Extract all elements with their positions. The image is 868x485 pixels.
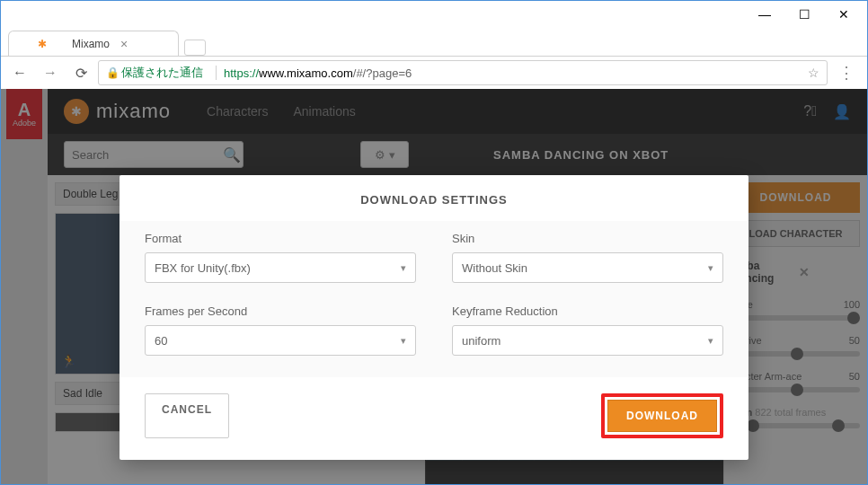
mixamo-favicon-icon: ✱ (18, 38, 66, 50)
field-fps: Frames per Second 60 (145, 304, 416, 356)
lock-icon: 🔒 (106, 66, 120, 79)
nav-reload-button[interactable]: ⟳ (67, 59, 94, 86)
modal-title: DOWNLOAD SETTINGS (120, 175, 748, 221)
modal-overlay: DOWNLOAD SETTINGS Format FBX for Unity(.… (1, 89, 867, 484)
skin-label: Skin (452, 232, 723, 245)
fps-value: 60 (155, 334, 167, 348)
format-value: FBX for Unity(.fbx) (155, 261, 251, 275)
skin-select[interactable]: Without Skin (452, 252, 723, 283)
fps-label: Frames per Second (145, 304, 416, 318)
new-tab-button[interactable] (184, 40, 206, 56)
browser-menu-button[interactable]: ⋮ (831, 59, 862, 86)
address-bar[interactable]: 🔒 保護された通信 https://www.mixamo.com/#/?page… (98, 60, 828, 85)
url-protocol: https:// (224, 66, 259, 80)
keyframe-label: Keyframe Reduction (452, 304, 723, 318)
fps-select[interactable]: 60 (145, 325, 416, 356)
tab-title: Mixamo (72, 38, 120, 50)
window-maximize-button[interactable]: ☐ (784, 2, 824, 27)
keyframe-value: uniform (462, 334, 500, 348)
browser-tab[interactable]: ✱ Mixamo × (8, 31, 179, 56)
tab-close-icon[interactable]: × (120, 37, 169, 51)
browser-tabs: ✱ Mixamo × (1, 28, 867, 57)
skin-value: Without Skin (462, 261, 527, 275)
cancel-button[interactable]: CANCEL (145, 393, 229, 438)
url-path: /#/?page=6 (353, 66, 412, 80)
nav-forward-button[interactable]: → (37, 59, 64, 86)
modal-download-button[interactable]: DOWNLOAD (607, 400, 717, 432)
url-host: www.mixamo.com (259, 66, 353, 80)
download-settings-modal: DOWNLOAD SETTINGS Format FBX for Unity(.… (120, 175, 748, 460)
window-titlebar: — ☐ ✕ (1, 1, 867, 28)
window-minimize-button[interactable]: — (745, 2, 784, 27)
field-format: Format FBX for Unity(.fbx) (145, 232, 416, 283)
format-label: Format (145, 232, 416, 245)
secure-label: 保護された通信 (121, 65, 203, 81)
keyframe-select[interactable]: uniform (452, 325, 723, 356)
separator (216, 66, 217, 80)
window-close-button[interactable]: ✕ (824, 2, 864, 27)
field-keyframe: Keyframe Reduction uniform (452, 304, 723, 356)
format-select[interactable]: FBX for Unity(.fbx) (145, 252, 416, 283)
field-skin: Skin Without Skin (452, 232, 723, 283)
nav-back-button[interactable]: ← (6, 59, 33, 86)
browser-toolbar: ← → ⟳ 🔒 保護された通信 https://www.mixamo.com/#… (1, 57, 867, 89)
bookmark-star-icon[interactable]: ☆ (808, 66, 819, 80)
download-highlight: DOWNLOAD (601, 393, 723, 438)
